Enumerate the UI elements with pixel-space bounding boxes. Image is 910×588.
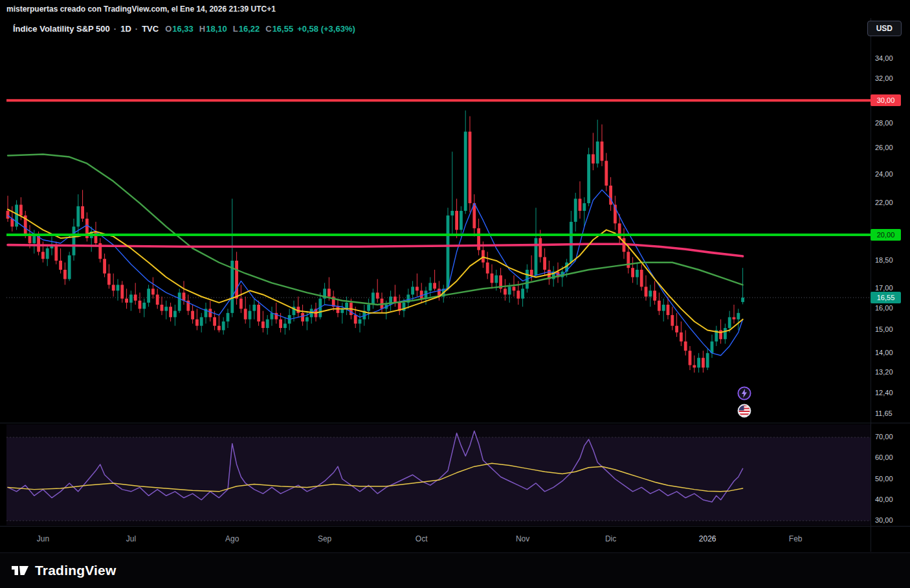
price-axis-label: 14,00	[875, 349, 893, 356]
candle-body	[689, 351, 692, 365]
candle-body	[164, 307, 168, 310]
time-axis-label-Dic: Dic	[593, 534, 629, 543]
time-axis-label-Ago: Ago	[214, 534, 250, 543]
candle-body	[72, 226, 76, 255]
price-axis-label: 24,00	[875, 170, 893, 178]
candle-body	[261, 321, 265, 328]
candle-body	[239, 299, 243, 309]
last-price-badge: 16,55	[871, 292, 901, 303]
candle-body	[543, 257, 546, 270]
price-axis-label: 11,65	[875, 409, 893, 417]
legend-separator: ·	[135, 24, 138, 34]
candle-body	[486, 263, 489, 274]
candle-body	[420, 290, 423, 298]
candle-body	[596, 142, 599, 164]
candle-body	[217, 326, 221, 331]
candle-body	[724, 328, 727, 339]
symbol-legend[interactable]: Índice Volatility S&P 500 · 1D · TVC O16…	[13, 24, 355, 34]
candle-body	[494, 276, 498, 283]
time-axis-label-Oct: Oct	[403, 534, 439, 543]
price-axis-label: 34,00	[875, 54, 893, 62]
legend-separator: ·	[114, 24, 117, 34]
chart-canvas[interactable]	[0, 0, 910, 588]
candle-body	[636, 270, 639, 278]
candle-body	[117, 285, 120, 290]
symbol-title[interactable]: Índice Volatility S&P 500	[13, 24, 110, 34]
candle-body	[68, 256, 71, 279]
candle-body	[394, 297, 397, 303]
candle-body	[173, 311, 177, 318]
candle-body	[662, 305, 665, 311]
candle-body	[570, 222, 573, 263]
candle-body	[59, 261, 62, 270]
candle-body	[592, 154, 595, 163]
candle-body	[583, 203, 586, 211]
candle-body	[191, 311, 194, 320]
candle-body	[244, 309, 247, 319]
candle-body	[195, 320, 199, 326]
candle-body	[516, 290, 520, 298]
candle-body	[103, 259, 106, 274]
candle-body	[235, 261, 238, 299]
attribution-text: misterpuertas creado con TradingView.com…	[6, 5, 276, 14]
candle-body	[521, 289, 524, 298]
rsi-axis-label: 50,00	[875, 475, 893, 483]
candle-body	[178, 292, 181, 310]
rsi-axis-label: 60,00	[875, 453, 893, 461]
candle-body	[447, 215, 450, 289]
candle-body	[601, 142, 604, 161]
change-value: +0,58 (+3,63%)	[297, 24, 355, 34]
candle-body	[161, 305, 164, 311]
tradingview-logo-icon	[10, 563, 30, 578]
candle-body	[283, 323, 287, 328]
candle-body	[455, 211, 458, 230]
candle-body	[227, 313, 230, 321]
candle-body	[129, 294, 133, 302]
candle-body	[530, 270, 533, 276]
candle-body	[508, 287, 511, 294]
candle-body	[367, 305, 370, 311]
candle-body	[372, 292, 375, 305]
price-axis-label: 16,00	[875, 304, 893, 312]
tradingview-logo[interactable]: TradingView	[10, 563, 117, 578]
candle-body	[605, 161, 608, 186]
candle-body	[680, 332, 683, 342]
exchange-label: TVC	[142, 24, 159, 34]
candle-body	[653, 290, 656, 300]
candle-body	[658, 301, 661, 311]
candle-body	[200, 317, 203, 325]
time-axis-label-Jul: Jul	[113, 534, 149, 543]
candle-body	[183, 292, 186, 300]
candle-body	[139, 301, 142, 309]
candle-body	[737, 313, 740, 320]
price-axis-label: 13,20	[875, 368, 893, 376]
candle-body	[482, 250, 485, 263]
price-axis-label: 15,00	[875, 325, 893, 333]
candle-body	[433, 283, 436, 289]
candle-body	[6, 211, 10, 219]
us-flag-event-icon[interactable]	[737, 403, 752, 419]
price-axis[interactable]: 34,0032,0028,0026,0024,0022,0018,5017,00…	[871, 0, 910, 552]
candle-body	[667, 305, 670, 315]
rsi-axis-label: 70,00	[875, 433, 893, 441]
candle-body	[257, 305, 260, 321]
high-value: H18,10	[199, 24, 227, 34]
candle-body	[125, 299, 128, 303]
lightning-event-icon[interactable]	[737, 386, 752, 401]
candle-body	[147, 289, 150, 303]
price-line-badge-30,00[interactable]: 30,00	[871, 94, 901, 106]
candle-body	[469, 132, 472, 204]
candle-body	[645, 287, 648, 296]
price-line-badge-20,00[interactable]: 20,00	[871, 229, 901, 241]
footer-bar: TradingView	[0, 552, 910, 588]
candle-body	[671, 315, 674, 326]
price-axis-label: 12,40	[875, 389, 893, 397]
price-axis-label: 28,00	[875, 119, 893, 127]
candle-body	[337, 307, 340, 313]
candle-body	[271, 313, 274, 320]
tradingview-chart-screen: misterpuertas creado con TradingView.com…	[0, 0, 910, 588]
candle-body	[697, 358, 700, 367]
price-axis-label: 26,00	[875, 144, 893, 151]
timeframe-label[interactable]: 1D	[120, 24, 131, 34]
time-axis[interactable]: JunJulAgoSepOctNovDic2026Feb	[0, 526, 871, 552]
